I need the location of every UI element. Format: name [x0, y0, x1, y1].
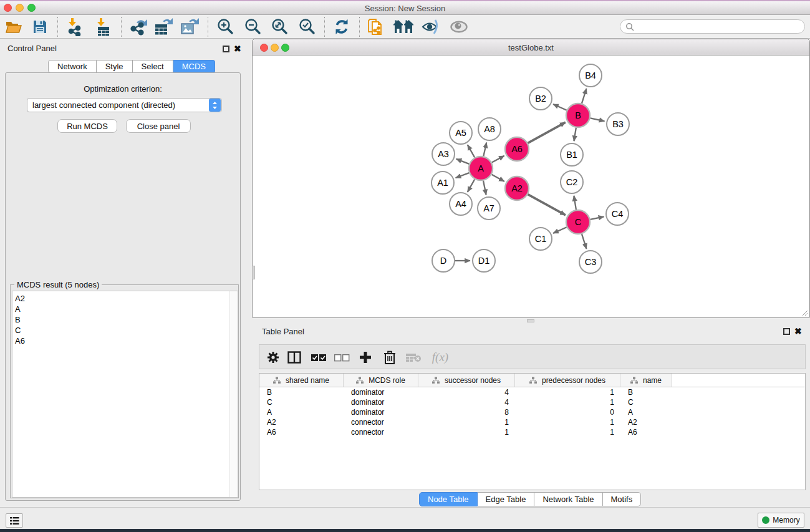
memory-button[interactable]: Memory [758, 513, 804, 528]
cell: A6 [620, 428, 672, 437]
search-icon [625, 22, 634, 31]
edge-A-A7[interactable] [483, 181, 486, 195]
cell: A6 [259, 428, 344, 437]
column-header-shared-name[interactable]: shared name [259, 374, 344, 387]
resize-grip[interactable] [802, 310, 808, 316]
run-mcds-button[interactable]: Run MCDS [57, 119, 117, 133]
edge-A6-B[interactable] [528, 122, 566, 143]
add-column-icon[interactable] [354, 346, 377, 369]
table-row[interactable]: Cdominator41C [259, 397, 805, 407]
table-panel-close-icon[interactable]: ✖ [794, 328, 802, 335]
result-item[interactable]: A6 [12, 336, 238, 346]
refresh-icon[interactable] [330, 16, 354, 38]
export-image-icon[interactable] [178, 16, 201, 38]
task-list-button[interactable] [6, 513, 23, 528]
zoom-in-icon[interactable] [213, 16, 237, 38]
cell: dominator [344, 388, 418, 397]
copy-network-icon[interactable] [365, 16, 388, 38]
table-toolbar: f(x) [259, 344, 806, 369]
tab-edge-table[interactable]: Edge Table [478, 492, 535, 506]
horizontal-splitter-handle[interactable] [527, 319, 534, 322]
zoom-fit-icon[interactable] [268, 16, 291, 38]
vertical-splitter-handle[interactable] [252, 266, 255, 279]
dropdown-value: largest connected component (directed) [27, 100, 209, 110]
split-pane-icon[interactable] [283, 346, 306, 369]
result-item[interactable]: A2 [12, 293, 238, 304]
edge-C-C4[interactable] [591, 216, 604, 220]
result-item[interactable]: C [12, 325, 238, 336]
home-networks-icon[interactable] [392, 16, 415, 38]
tab-select[interactable]: Select [133, 60, 173, 73]
export-table-icon[interactable] [152, 16, 175, 38]
network-window-titlebar: testGlobe.txt [253, 39, 809, 56]
function-builder-icon[interactable]: f(x) [427, 346, 454, 369]
node-table: shared nameMCDS rolesuccessor nodesprede… [259, 373, 806, 490]
table-panel-float-icon[interactable] [783, 328, 790, 335]
edge-A-A4[interactable] [468, 179, 475, 191]
search-input[interactable] [620, 19, 805, 34]
open-folder-icon[interactable] [2, 16, 26, 38]
gear-icon[interactable] [262, 346, 284, 369]
edge-A-A2[interactable] [492, 175, 504, 181]
result-list-scrollbar[interactable] [229, 291, 238, 497]
tab-mcds[interactable]: MCDS [173, 60, 215, 73]
tab-network[interactable]: Network [48, 60, 97, 73]
zoom-out-icon[interactable] [241, 16, 264, 38]
edge-C-C1[interactable] [553, 227, 567, 233]
column-header-MCDS-role[interactable]: MCDS role [344, 374, 418, 387]
edge-A-A5[interactable] [468, 145, 475, 157]
cell: 4 [418, 388, 515, 397]
edge-B-B4[interactable] [582, 89, 586, 104]
tab-network-table[interactable]: Network Table [534, 492, 602, 506]
result-item[interactable]: A [12, 304, 238, 314]
column-header-name[interactable]: name [620, 374, 672, 387]
import-network-icon[interactable] [63, 16, 87, 38]
edge-A-A1[interactable] [456, 173, 470, 178]
delete-table-icon[interactable] [402, 346, 425, 369]
edge-B-B3[interactable] [591, 118, 605, 121]
cell: C [620, 398, 672, 407]
tab-style[interactable]: Style [97, 60, 133, 73]
mcds-result-group: MCDS result (5 nodes) A2ABCA6 [10, 284, 239, 498]
edge-B-B2[interactable] [553, 104, 567, 110]
column-type-icon [273, 377, 281, 384]
show-eye-icon[interactable] [447, 16, 471, 38]
control-panel-close-icon[interactable]: ✖ [234, 46, 241, 52]
cell: 1 [418, 428, 515, 437]
table-row[interactable]: Adominator80A [259, 407, 805, 417]
edge-A2-C[interactable] [528, 195, 566, 215]
table-row[interactable]: A2connector11A2 [259, 417, 805, 427]
control-panel-float-icon[interactable] [223, 46, 229, 52]
cell: 1 [515, 418, 620, 427]
result-item[interactable]: B [12, 314, 238, 325]
cell: C [259, 398, 344, 407]
edge-C-C3[interactable] [582, 234, 586, 249]
edge-B-B1[interactable] [574, 128, 576, 142]
edge-A-A8[interactable] [483, 142, 486, 156]
node-label-C2: C2 [566, 177, 578, 187]
tab-motifs[interactable]: Motifs [603, 492, 642, 506]
network-canvas[interactable]: B4B2BB3A5A8A6A3AB1A1C2A2A4A7C4CC1C3DD1 [253, 56, 809, 318]
save-icon[interactable] [28, 16, 52, 38]
cell: A [620, 408, 672, 417]
delete-column-icon[interactable] [378, 346, 401, 369]
select-all-columns-icon[interactable] [307, 346, 330, 369]
column-header-successor-nodes[interactable]: successor nodes [418, 374, 515, 387]
table-row[interactable]: Bdominator41B [259, 387, 805, 397]
tab-node-table[interactable]: Node Table [419, 492, 478, 506]
edge-A-A3[interactable] [456, 159, 470, 164]
close-panel-button[interactable]: Close panel [126, 119, 191, 133]
edge-C-C2[interactable] [574, 196, 576, 210]
edge-A-A6[interactable] [492, 156, 504, 163]
zoom-selected-icon[interactable] [295, 16, 319, 38]
optimization-criterion-dropdown[interactable]: largest connected component (directed) [27, 98, 222, 112]
table-row[interactable]: A6connector11A6 [259, 427, 805, 437]
import-table-icon[interactable] [92, 16, 115, 38]
deselect-all-columns-icon[interactable] [330, 346, 353, 369]
column-header-predecessor-nodes[interactable]: predecessor nodes [515, 374, 620, 387]
hide-eye-icon[interactable] [419, 16, 443, 38]
export-network-icon[interactable] [127, 16, 150, 38]
node-label-B1: B1 [566, 150, 577, 160]
node-label-A4: A4 [455, 199, 466, 209]
node-label-A5: A5 [455, 128, 466, 138]
